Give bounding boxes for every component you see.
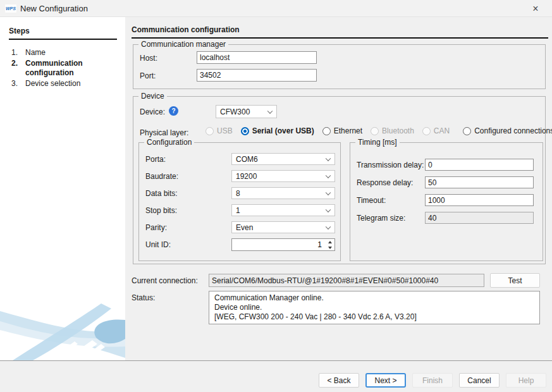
- host-label: Host:: [140, 54, 157, 63]
- timing-legend: Timing [ms]: [355, 138, 400, 147]
- step-number: 3.: [11, 79, 25, 89]
- chevron-down-icon: [326, 224, 331, 229]
- radio-can-label: CAN: [434, 126, 450, 135]
- device-legend: Device: [138, 92, 167, 101]
- steps-heading: Steps: [9, 27, 117, 40]
- physical-layer-radio-group: USB Serial (over USB) Ethernet Bluetooth…: [205, 126, 552, 135]
- port-label: Port:: [140, 71, 156, 80]
- host-input[interactable]: [197, 51, 317, 64]
- unit-id-spin-buttons: [325, 239, 334, 250]
- step-label: Name: [25, 48, 120, 58]
- step-label: Device selection: [25, 79, 120, 89]
- step-number: 1.: [11, 48, 25, 58]
- help-button: Help: [506, 373, 546, 388]
- stop-bits-select-value: 1: [236, 206, 240, 215]
- telegram-size-label: Telegram size:: [357, 214, 405, 223]
- title-bar: WPS New Configuration ×: [0, 0, 552, 17]
- radio-configured-connections[interactable]: Configured connections: [463, 126, 552, 135]
- timing-group: Timing [ms] Transmission delay: Response…: [350, 142, 543, 261]
- baudrate-select-value: 19200: [236, 172, 257, 181]
- radio-can: CAN: [422, 126, 450, 135]
- cancel-button[interactable]: Cancel: [459, 373, 500, 388]
- radio-bluetooth: Bluetooth: [371, 126, 414, 135]
- step-item-communication-configuration: 2. Communication configuration: [0, 59, 125, 78]
- radio-configured-connections-icon: [463, 127, 471, 135]
- steps-sidebar: Steps 1. Name 2. Communication configura…: [0, 17, 125, 360]
- parity-select[interactable]: Even: [231, 221, 335, 233]
- timeout-input[interactable]: [425, 194, 534, 206]
- baudrate-label: Baudrate:: [145, 172, 178, 181]
- baudrate-select[interactable]: 19200: [231, 170, 335, 182]
- radio-ethernet-label: Ethernet: [334, 126, 362, 135]
- data-bits-select-value: 8: [236, 189, 240, 198]
- chevron-down-icon: [326, 190, 331, 195]
- configuration-legend: Configuration: [144, 138, 194, 147]
- port-input[interactable]: [197, 69, 317, 82]
- status-label: Status:: [132, 293, 155, 302]
- chevron-down-icon: [267, 108, 273, 113]
- radio-bluetooth-label: Bluetooth: [382, 126, 414, 135]
- finish-button: Finish: [412, 373, 453, 388]
- chevron-down-icon: [326, 173, 331, 178]
- radio-ethernet[interactable]: Ethernet: [322, 126, 362, 135]
- transmission-delay-input[interactable]: [425, 159, 534, 171]
- current-connection-label: Current connection:: [132, 276, 198, 285]
- porta-select[interactable]: COM6: [231, 153, 335, 165]
- radio-serial-label: Serial (over USB): [252, 126, 314, 135]
- swoosh-graphic: [0, 302, 125, 360]
- step-item-name: 1. Name: [0, 48, 125, 58]
- device-group: Device Device: ? CFW300 Physical layer: …: [133, 96, 546, 264]
- status-line: Communication Manager online.: [214, 293, 534, 303]
- close-icon[interactable]: ×: [529, 3, 542, 15]
- step-number: 2.: [11, 59, 25, 78]
- radio-bluetooth-icon: [371, 127, 379, 135]
- back-button[interactable]: < Back: [319, 373, 359, 388]
- spinner-down-icon[interactable]: [325, 245, 334, 250]
- device-select-value: CFW300: [220, 107, 250, 116]
- current-connection-field: Serial/COM6/Modbus-RTU/@1#19200#8#1#EVEN…: [209, 274, 484, 287]
- radio-usb-label: USB: [217, 126, 233, 135]
- telegram-size-input: [425, 212, 534, 224]
- footer-bar: < Back Next > Finish Cancel Help: [0, 360, 552, 392]
- configuration-group: Configuration Porta: COM6 Baudrate: 1920…: [138, 142, 341, 261]
- page-title: Communication configuration: [132, 25, 548, 39]
- step-label: Communication configuration: [25, 59, 120, 78]
- window-title: New Configuration: [20, 4, 88, 13]
- step-item-device-selection: 3. Device selection: [0, 79, 125, 89]
- steps-list: 1. Name 2. Communication configuration 3…: [0, 48, 125, 89]
- status-box: Communication Manager online. Device onl…: [209, 291, 540, 324]
- radio-usb-icon: [205, 127, 214, 135]
- device-select[interactable]: CFW300: [216, 105, 277, 118]
- timeout-label: Timeout:: [357, 196, 386, 205]
- test-button[interactable]: Test: [490, 273, 540, 288]
- radio-usb: USB: [205, 126, 233, 135]
- unit-id-label: Unit ID:: [145, 240, 171, 249]
- stop-bits-select[interactable]: 1: [231, 204, 335, 216]
- parity-select-value: Even: [236, 223, 253, 232]
- wps-app-icon: WPS: [5, 4, 16, 13]
- radio-configured-connections-label: Configured connections: [474, 126, 552, 135]
- radio-serial-over-usb[interactable]: Serial (over USB): [241, 126, 314, 135]
- response-delay-input[interactable]: [425, 176, 534, 188]
- device-label: Device:: [140, 107, 165, 116]
- transmission-delay-label: Transmission delay:: [357, 161, 424, 169]
- data-bits-select[interactable]: 8: [231, 187, 335, 199]
- unit-id-input[interactable]: [232, 239, 334, 250]
- chevron-down-icon: [326, 156, 331, 161]
- stop-bits-label: Stop bits:: [145, 206, 177, 215]
- next-button[interactable]: Next >: [365, 373, 406, 388]
- unit-id-stepper[interactable]: [231, 238, 335, 251]
- spinner-up-icon[interactable]: [325, 239, 334, 245]
- radio-can-icon: [422, 127, 431, 135]
- porta-select-value: COM6: [236, 155, 258, 164]
- parity-label: Parity:: [145, 223, 167, 232]
- status-line: Device online.: [214, 303, 534, 312]
- help-icon[interactable]: ?: [169, 106, 178, 116]
- physical-layer-label: Physical layer:: [140, 128, 188, 137]
- communication-manager-group: Communication manager Host: Port:: [133, 44, 546, 89]
- radio-serial-icon: [241, 127, 249, 135]
- chevron-down-icon: [326, 207, 331, 212]
- new-configuration-dialog: WPS New Configuration × Steps 1. Name 2.…: [0, 0, 552, 392]
- communication-manager-legend: Communication manager: [138, 40, 228, 49]
- radio-ethernet-icon: [322, 127, 331, 135]
